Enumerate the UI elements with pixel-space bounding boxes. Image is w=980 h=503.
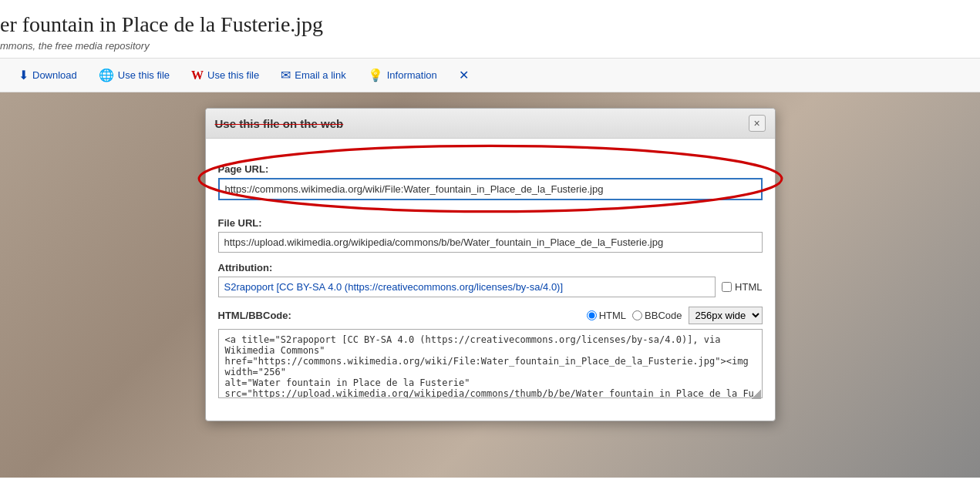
wiki-icon: 🌐 xyxy=(99,68,114,82)
modal-title: Use this file on the web xyxy=(215,117,344,130)
use-this-file-w-button[interactable]: W Use this file xyxy=(182,64,268,87)
htmlbbcode-header: HTML/BBCode: HTML BBCode 256px xyxy=(218,307,763,324)
modal-body: Page URL: File URL: Attribution: HTM xyxy=(206,139,775,421)
use-this-file-wiki-button[interactable]: 🌐 Use this file xyxy=(89,63,179,87)
main-content: Use this file on the web × Page URL: Fil… xyxy=(0,92,980,478)
file-url-input[interactable] xyxy=(218,232,763,253)
page-title: er fountain in Place de la Fusterie.jpg xyxy=(0,12,980,37)
information-button[interactable]: 💡 Information xyxy=(359,63,446,87)
file-url-label: File URL: xyxy=(218,217,763,229)
file-url-section: File URL: xyxy=(218,217,763,253)
bbcode-radio-text: BBCode xyxy=(645,310,682,321)
bbcode-radio-label[interactable]: BBCode xyxy=(632,310,682,321)
page-url-label: Page URL: xyxy=(218,163,763,175)
modal-close-button[interactable]: × xyxy=(749,115,766,132)
attribution-row: HTML xyxy=(218,277,763,297)
bbcode-radio[interactable] xyxy=(632,310,642,320)
use-this-file-w-label: Use this file xyxy=(207,69,259,81)
info-icon: 💡 xyxy=(368,68,383,82)
page-url-input[interactable] xyxy=(218,178,763,200)
modal-header: Use this file on the web × xyxy=(206,109,775,139)
email-icon: ✉ xyxy=(281,68,291,82)
email-link-button[interactable]: ✉ Email a link xyxy=(271,63,355,87)
page-subtitle: mmons, the free media repository xyxy=(0,40,980,52)
html-checkbox-label[interactable]: HTML xyxy=(722,281,762,293)
toolbar: ⬇ Download 🌐 Use this file W Use this fi… xyxy=(0,59,980,92)
radio-group: HTML BBCode 256px wide xyxy=(587,307,763,324)
download-label: Download xyxy=(32,69,77,81)
html-radio[interactable] xyxy=(587,310,597,320)
download-icon: ⬇ xyxy=(19,68,29,82)
email-label: Email a link xyxy=(295,69,345,81)
width-select[interactable]: 256px wide xyxy=(689,307,763,324)
html-checkbox[interactable] xyxy=(722,282,732,292)
attribution-section: Attribution: HTML xyxy=(218,262,763,297)
html-radio-label[interactable]: HTML xyxy=(587,310,626,321)
close-toolbar-button[interactable]: ✕ xyxy=(450,63,478,87)
page-header: er fountain in Place de la Fusterie.jpg … xyxy=(0,0,980,59)
html-checkbox-text: HTML xyxy=(735,281,762,293)
attribution-label: Attribution: xyxy=(218,262,763,273)
information-label: Information xyxy=(387,69,437,81)
page-url-section: Page URL: xyxy=(218,149,763,208)
w-icon: W xyxy=(191,69,204,82)
use-this-file-wiki-label: Use this file xyxy=(118,69,170,81)
htmlbbcode-label: HTML/BBCode: xyxy=(218,310,291,321)
code-textarea[interactable]: <a title="S2rapoport [CC BY-SA 4.0 (http… xyxy=(218,329,763,398)
download-button[interactable]: ⬇ Download xyxy=(9,63,86,87)
attribution-input[interactable] xyxy=(218,277,716,297)
close-toolbar-icon: ✕ xyxy=(459,68,469,82)
use-this-file-modal: Use this file on the web × Page URL: Fil… xyxy=(205,108,776,421)
modal-overlay: Use this file on the web × Page URL: Fil… xyxy=(0,92,980,478)
htmlbbcode-section: HTML/BBCode: HTML BBCode 256px xyxy=(218,307,763,401)
html-radio-text: HTML xyxy=(599,310,626,321)
resize-handle[interactable] xyxy=(752,390,761,399)
